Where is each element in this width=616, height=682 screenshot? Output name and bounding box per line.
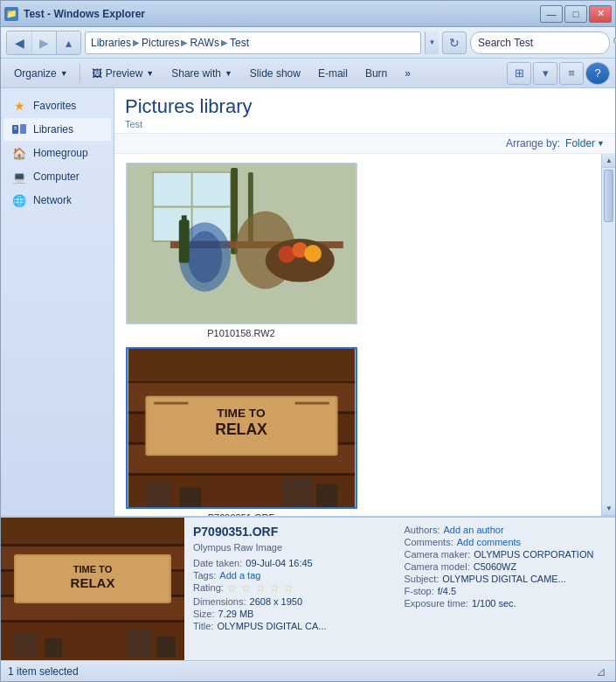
computer-icon: 💻 — [10, 170, 28, 184]
address-bar: ◀ ▶ ▴ Libraries ▶ Pictures ▶ RAWs ▶ Test… — [1, 27, 615, 59]
organize-label: Organize — [14, 67, 57, 80]
scroll-thumb[interactable] — [604, 170, 613, 222]
forward-button[interactable]: ▶ — [31, 31, 56, 54]
thumbnail-area: P1010158.RW2 — [114, 154, 601, 516]
share-button[interactable]: Share with ▼ — [163, 62, 240, 85]
comments-label: Comments: — [405, 537, 453, 547]
library-icon — [10, 122, 28, 136]
scroll-up-arrow[interactable]: ▲ — [602, 154, 615, 168]
sidebar-computer-label: Computer — [33, 170, 80, 183]
burn-button[interactable]: Burn — [357, 62, 395, 85]
exposure-value: 1/100 sec. — [472, 598, 516, 609]
minimize-button[interactable]: — — [540, 5, 563, 23]
authors-value[interactable]: Add an author — [443, 525, 503, 535]
arrange-label: Arrange by: — [506, 137, 560, 150]
arrange-dropdown[interactable]: Folder ▼ — [565, 137, 605, 150]
subject-value: OLYMPUS DIGITAL CAME... — [442, 574, 566, 584]
email-button[interactable]: E-mail — [310, 62, 356, 85]
sidebar-item-homegroup[interactable]: 🏠 Homegroup — [3, 142, 111, 164]
svg-rect-1 — [20, 124, 26, 134]
info-size-row: Size: 7.29 MB — [193, 609, 396, 619]
camera-maker-label: Camera maker: — [405, 549, 471, 560]
slideshow-button[interactable]: Slide show — [242, 62, 308, 85]
view-buttons: ⊞ ▾ ≡ ? — [507, 62, 610, 85]
thumbnail-image-2: TIME TO RELAX — [126, 347, 357, 509]
home-icon: 🏠 — [10, 146, 28, 160]
path-libraries[interactable]: Libraries — [91, 37, 131, 49]
svg-rect-29 — [128, 473, 354, 476]
sidebar-network-label: Network — [33, 194, 72, 206]
sidebar-item-network[interactable]: 🌐 Network — [3, 189, 111, 212]
sidebar-item-libraries[interactable]: Libraries — [3, 118, 111, 141]
status-bar: 1 item selected ⊿ — [1, 660, 615, 681]
svg-text:TIME TO: TIME TO — [217, 407, 266, 420]
address-dropdown[interactable]: ▼ — [425, 31, 439, 54]
details-pane-button[interactable]: ≡ — [559, 62, 584, 85]
help-button[interactable]: ? — [585, 62, 610, 85]
path-pictures[interactable]: Pictures — [142, 37, 179, 49]
sidebar-homegroup-label: Homegroup — [33, 147, 88, 159]
toolbar: Organize ▼ 🖼 Preview ▼ Share with ▼ Slid… — [1, 59, 615, 88]
info-fstop-row: F-stop: f/4.5 — [405, 586, 607, 596]
svg-rect-36 — [294, 402, 329, 405]
date-label: Date taken: — [193, 558, 242, 568]
svg-text:TIME TO: TIME TO — [73, 564, 113, 574]
search-input[interactable] — [478, 37, 609, 49]
svg-rect-96 — [128, 630, 152, 658]
info-rating-row: Rating: ☆ ☆ ☆ ☆ ☆ — [193, 582, 396, 595]
tags-label: Tags: — [193, 570, 216, 581]
more-label: » — [405, 67, 411, 80]
info-subject-row: Subject: OLYMPUS DIGITAL CAME... — [405, 574, 607, 584]
sidebar-item-favorites[interactable]: ★ Favorites — [3, 94, 111, 117]
arrange-arrow-icon: ▼ — [597, 139, 605, 148]
close-button[interactable]: ✕ — [589, 5, 612, 23]
slideshow-label: Slide show — [250, 67, 301, 80]
info-panel: TIME TO RELAX P7090351.ORF Olympus Raw I… — [1, 516, 615, 660]
back-button[interactable]: ◀ — [7, 31, 31, 54]
toolbar-separator-1 — [80, 64, 80, 83]
path-test[interactable]: Test — [230, 37, 249, 49]
tags-value[interactable]: Add a tag — [219, 570, 260, 581]
authors-label: Authors: — [405, 525, 440, 535]
preview-button[interactable]: 🖼 Preview ▼ — [84, 62, 163, 85]
library-subtitle: Test — [125, 119, 605, 129]
refresh-button[interactable]: ↻ — [442, 31, 467, 54]
svg-text:RELAX: RELAX — [215, 421, 267, 438]
view-dropdown-button[interactable]: ▾ — [533, 62, 557, 85]
svg-rect-88 — [1, 620, 184, 623]
list-item[interactable]: P1010158.RW2 — [123, 163, 359, 338]
content-panel: Pictures library Test Arrange by: Folder… — [114, 88, 615, 516]
svg-rect-97 — [156, 637, 176, 658]
rating-stars[interactable]: ☆ ☆ ☆ ☆ ☆ — [227, 582, 294, 595]
svg-rect-3 — [14, 129, 17, 129]
title-bar-text: Test - Windows Explorer — [24, 8, 540, 20]
maximize-button[interactable]: □ — [564, 5, 587, 23]
fstop-label: F-stop: — [405, 586, 434, 596]
sidebar-libraries-label: Libraries — [33, 123, 73, 136]
view-mode-button[interactable]: ⊞ — [507, 62, 531, 85]
svg-point-13 — [187, 231, 222, 282]
info-title-row: Title: OLYMPUS DIGITAL CA... — [193, 621, 396, 631]
path-raws[interactable]: RAWs — [190, 37, 219, 49]
svg-rect-38 — [179, 487, 200, 507]
address-path[interactable]: Libraries ▶ Pictures ▶ RAWs ▶ Test — [85, 31, 421, 54]
organize-button[interactable]: Organize ▼ — [6, 62, 76, 85]
svg-text:RELAX: RELAX — [71, 575, 115, 590]
up-button[interactable]: ▴ — [56, 31, 80, 54]
info-date-row: Date taken: 09-Jul-04 16:45 — [193, 558, 396, 568]
window-controls: — □ ✕ — [540, 5, 612, 23]
info-exposure-row: Exposure time: 1/100 sec. — [405, 598, 607, 609]
title-bar: 📁 Test - Windows Explorer — □ ✕ — [1, 1, 615, 27]
svg-rect-22 — [128, 349, 354, 383]
star-icon: ★ — [10, 99, 28, 113]
scrollbar[interactable]: ▲ ▼ — [601, 154, 615, 516]
info-dimensions-row: Dimensions: 2608 x 1950 — [193, 596, 396, 607]
library-title: Pictures library — [125, 95, 605, 118]
info-camera-maker-row: Camera maker: OLYMPUS CORPORATION — [405, 549, 607, 560]
comments-value[interactable]: Add comments — [457, 537, 521, 547]
sidebar-item-computer[interactable]: 💻 Computer — [3, 165, 111, 188]
scroll-down-arrow[interactable]: ▼ — [602, 502, 615, 516]
resize-handle[interactable]: ⊿ — [594, 665, 608, 679]
more-button[interactable]: » — [397, 62, 419, 85]
list-item[interactable]: TIME TO RELAX — [123, 347, 359, 516]
